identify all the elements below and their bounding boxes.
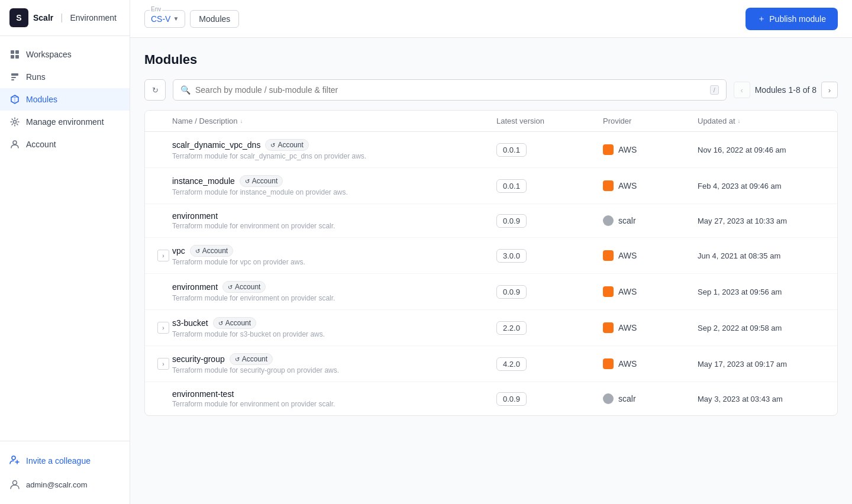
table-row[interactable]: › vpc ↺ Account Terraform module for vpc…: [145, 238, 837, 274]
sidebar-item-modules-label: Modules: [26, 95, 57, 104]
table-row[interactable]: instance_module ↺ Account Terraform modu…: [145, 168, 837, 204]
page-title: Modules: [144, 52, 838, 67]
module-name: instance_module: [172, 176, 235, 186]
sidebar-item-manage-env-label: Manage environment: [26, 117, 104, 127]
env-selector[interactable]: Env CS-V ▼: [144, 10, 185, 28]
modules-tab[interactable]: Modules: [190, 10, 239, 28]
scalr-icon: [603, 393, 614, 404]
svg-rect-2: [11, 55, 14, 59]
version-cell: 0.0.9: [496, 285, 603, 299]
name-row: security-group ↺ Account: [172, 353, 496, 365]
sidebar-item-account[interactable]: Account: [0, 133, 130, 156]
table-row[interactable]: environment Terraform module for environ…: [145, 204, 837, 238]
toolbar: ↻ 🔍 / ‹ Modules 1-8 of 8 ›: [144, 79, 838, 101]
scope-badge-icon: ↺: [218, 320, 223, 327]
provider-name: AWS: [618, 323, 637, 332]
env-selector-value: CS-V: [151, 14, 170, 24]
table-row[interactable]: environment ↺ Account Terraform module f…: [145, 274, 837, 310]
module-description: Terraform module for environment on prov…: [172, 222, 496, 230]
module-name: environment: [172, 211, 218, 221]
pagination-text: Modules 1-8 of 8: [755, 85, 816, 95]
module-description: Terraform module for security-group on p…: [172, 366, 496, 374]
version-badge: 3.0.0: [496, 249, 527, 263]
th-name-label: Name / Description: [172, 117, 238, 125]
updated-at-cell: Sep 1, 2023 at 09:56 am: [698, 287, 828, 296]
sidebar-item-runs[interactable]: Runs: [0, 66, 130, 88]
gear-icon: [9, 117, 20, 127]
version-cell: 0.0.1: [496, 179, 603, 193]
refresh-button[interactable]: ↻: [144, 79, 166, 101]
search-box: 🔍 /: [173, 79, 727, 101]
svg-rect-3: [15, 55, 19, 59]
sidebar-item-modules[interactable]: Modules: [0, 88, 130, 111]
search-input[interactable]: [195, 85, 705, 95]
sidebar-item-runs-label: Runs: [26, 72, 46, 82]
admin-account-item[interactable]: admin@scalr.com: [0, 473, 130, 497]
module-description: Terraform module for environment on prov…: [172, 294, 496, 302]
provider-name: AWS: [618, 287, 637, 296]
invite-icon: [9, 454, 20, 467]
admin-avatar-icon: [9, 479, 20, 491]
provider-cell: AWS: [603, 322, 698, 333]
publish-module-button[interactable]: ＋ Publish module: [746, 8, 838, 30]
aws-icon: [603, 250, 614, 261]
svg-rect-1: [15, 50, 19, 54]
pagination-next-button[interactable]: ›: [821, 82, 838, 98]
expand-row-button[interactable]: ›: [157, 358, 169, 370]
invite-colleague-button[interactable]: Invite a colleague: [0, 448, 130, 473]
sort-name-icon: ↓: [240, 118, 243, 124]
provider-cell: AWS: [603, 250, 698, 261]
table-row[interactable]: › s3-bucket ↺ Account Terraform module f…: [145, 310, 837, 346]
th-provider: Provider: [603, 117, 698, 125]
provider-cell: scalr: [603, 215, 698, 226]
svg-rect-6: [11, 79, 14, 80]
pagination-prev-button[interactable]: ‹: [734, 82, 750, 98]
svg-point-9: [12, 456, 15, 460]
row-expand-cell: ›: [154, 250, 172, 261]
provider-name: scalr: [618, 394, 636, 403]
aws-icon: [603, 144, 614, 155]
aws-icon: [603, 358, 614, 369]
chevron-down-icon: ▼: [173, 15, 179, 22]
version-cell: 2.2.0: [496, 321, 603, 335]
row-expand-cell: ›: [154, 322, 172, 334]
provider-cell: AWS: [603, 286, 698, 297]
table-row[interactable]: scalr_dynamic_vpc_dns ↺ Account Terrafor…: [145, 132, 837, 168]
sidebar-item-account-label: Account: [26, 140, 56, 149]
version-badge: 0.0.9: [496, 392, 527, 406]
sidebar-logo: S Scalr | Environment: [0, 0, 130, 36]
svg-point-7: [14, 121, 17, 124]
expand-row-button[interactable]: ›: [157, 250, 169, 261]
scope-badge-icon: ↺: [270, 142, 275, 148]
updated-at-cell: Feb 4, 2023 at 09:46 am: [698, 182, 828, 190]
provider-name: AWS: [618, 145, 637, 154]
topbar: Env CS-V ▼ Modules ＋ Publish module: [130, 0, 852, 38]
scalr-icon: [603, 215, 614, 226]
table-header: Name / Description ↓ Latest version Prov…: [145, 111, 837, 132]
module-description: Terraform module for vpc on provider aws…: [172, 258, 496, 266]
scope-badge: ↺ Account: [190, 245, 233, 257]
scope-badge: ↺ Account: [222, 281, 266, 293]
sidebar-item-manage-env[interactable]: Manage environment: [0, 111, 130, 133]
refresh-icon: ↻: [152, 86, 159, 95]
scope-badge: ↺ Account: [265, 139, 308, 151]
scope-badge-label: Account: [252, 177, 277, 185]
search-icon: 🔍: [180, 85, 191, 95]
expand-row-button[interactable]: ›: [157, 322, 169, 334]
svg-rect-0: [11, 50, 14, 54]
name-row: scalr_dynamic_vpc_dns ↺ Account: [172, 139, 496, 151]
version-badge: 0.0.1: [496, 179, 527, 193]
th-name: Name / Description ↓: [172, 117, 496, 125]
scope-badge: ↺ Account: [213, 317, 256, 329]
table-row[interactable]: environment-test Terraform module for en…: [145, 382, 837, 415]
page-content: Modules ↻ 🔍 / ‹ Modules 1-8 of 8 › Nam: [130, 38, 852, 504]
th-updated: Updated at ↓: [698, 117, 828, 125]
logo-divider: |: [60, 12, 63, 23]
sidebar-item-workspaces[interactable]: Workspaces: [0, 43, 130, 66]
name-description-cell: environment Terraform module for environ…: [172, 211, 496, 230]
name-row: environment ↺ Account: [172, 281, 496, 293]
table-row[interactable]: › security-group ↺ Account Terraform mod…: [145, 346, 837, 382]
aws-icon: [603, 286, 614, 297]
name-row: environment: [172, 211, 496, 221]
version-badge: 0.0.9: [496, 214, 527, 228]
